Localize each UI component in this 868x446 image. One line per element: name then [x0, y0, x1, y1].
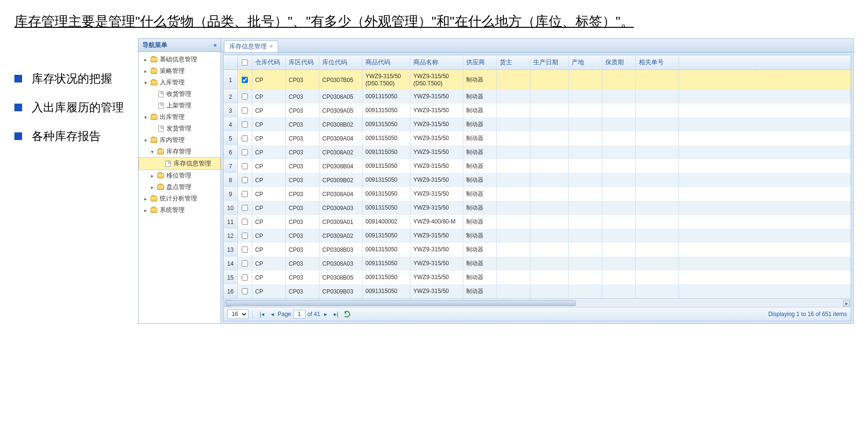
table-row[interactable]: 7CPCP03CP0308B040091315050YWZ9-315/50制动器 — [223, 159, 851, 173]
last-page-button[interactable]: ▸| — [332, 310, 340, 318]
column-header[interactable]: 商品名称 — [411, 55, 463, 70]
table-row[interactable]: 5CPCP03CP0309A040091315050YWZ9-315/50制动器 — [223, 131, 851, 145]
row-checkbox[interactable] — [242, 219, 248, 225]
row-check-cell[interactable] — [238, 257, 252, 270]
nav-item[interactable]: ▸策略管理 — [139, 65, 221, 77]
row-checkbox[interactable] — [242, 77, 248, 83]
column-header[interactable]: 库位代码 — [319, 55, 363, 70]
table-row[interactable]: 10CPCP03CP0309A030091315050YWZ9-315/50制动… — [223, 201, 851, 215]
nav-item[interactable]: ▾入库管理 — [139, 77, 221, 88]
row-checkbox[interactable] — [242, 107, 248, 114]
column-header[interactable]: 商品代码 — [363, 55, 411, 70]
row-check-cell[interactable] — [238, 70, 252, 90]
nav-item[interactable]: ▸系统管理 — [139, 204, 221, 216]
column-header[interactable]: 生产日期 — [530, 55, 569, 70]
nav-item[interactable]: ▾库存管理 — [139, 146, 221, 157]
column-header[interactable]: 供应商 — [463, 55, 497, 70]
expand-icon[interactable]: ▸ — [142, 196, 148, 201]
row-check-cell[interactable] — [238, 284, 252, 298]
row-checkbox[interactable] — [242, 233, 248, 239]
row-checkbox[interactable] — [242, 288, 248, 294]
close-icon[interactable]: × — [270, 43, 273, 50]
page-input[interactable] — [293, 310, 305, 318]
column-header[interactable]: 仓库代码 — [252, 55, 286, 70]
sidebar-collapse-icon[interactable]: « — [213, 42, 217, 48]
expand-icon[interactable]: ▸ — [149, 173, 155, 178]
row-check-cell[interactable] — [238, 104, 252, 117]
nav-item[interactable]: ▸盘点管理 — [139, 181, 221, 193]
column-header[interactable]: 相关单号 — [636, 55, 679, 70]
row-checkbox[interactable] — [242, 149, 248, 155]
column-header[interactable]: 产地 — [569, 55, 602, 70]
row-check-cell[interactable] — [238, 173, 252, 187]
column-header[interactable]: 库区代码 — [286, 55, 319, 70]
expand-icon[interactable]: ▾ — [142, 115, 148, 120]
table-row[interactable]: 8CPCP03CP0309B020091315050YWZ9-315/50制动器 — [223, 173, 851, 187]
row-check-cell[interactable] — [238, 131, 252, 145]
table-row[interactable]: 16CPCP03CP0309B030091315050YWZ9-315/50制动… — [223, 284, 851, 298]
row-checkbox[interactable] — [242, 163, 248, 169]
check-all[interactable] — [242, 59, 248, 66]
row-check-cell[interactable] — [238, 187, 252, 201]
refresh-button[interactable] — [343, 310, 351, 318]
nav-item[interactable]: 收货管理 — [139, 88, 221, 100]
table-row[interactable]: 3CPCP03CP0309A050091315050YWZ9-315/50制动器 — [223, 104, 851, 117]
row-check-cell[interactable] — [238, 229, 252, 243]
row-checkbox[interactable] — [242, 205, 248, 211]
cell-shelflife — [602, 117, 636, 131]
expand-icon[interactable]: ▸ — [149, 185, 155, 190]
expand-icon[interactable]: ▸ — [142, 69, 148, 74]
table-row[interactable]: 12CPCP03CP0309A020091315050YWZ9-315/50制动… — [223, 229, 851, 243]
expand-icon[interactable]: ▸ — [142, 57, 148, 62]
row-check-cell[interactable] — [238, 243, 252, 257]
expand-icon[interactable]: ▾ — [149, 149, 155, 154]
row-check-cell[interactable] — [238, 145, 252, 159]
col-check-all[interactable] — [238, 55, 252, 70]
next-page-button[interactable]: ▸ — [322, 310, 329, 318]
page-size-select[interactable]: 16 — [227, 309, 248, 319]
row-checkbox[interactable] — [242, 260, 248, 267]
nav-item[interactable]: ▸统计分析管理 — [139, 193, 221, 204]
table-row[interactable]: 2CPCP03CP0308A050091315050YWZ9-315/50制动器 — [223, 90, 851, 104]
column-header[interactable]: 货主 — [497, 55, 530, 70]
table-row[interactable]: 1CPCP03CP0307B05YWZ9-315/50 (D50.T500)YW… — [223, 70, 851, 90]
row-check-cell[interactable] — [238, 159, 252, 173]
nav-item[interactable]: 库存信息管理 — [139, 157, 221, 170]
row-checkbox[interactable] — [242, 246, 248, 253]
row-check-cell[interactable] — [238, 215, 252, 229]
horizontal-scrollbar[interactable]: ◂ ▸ — [223, 298, 851, 307]
row-checkbox[interactable] — [242, 135, 248, 141]
row-checkbox[interactable] — [242, 121, 248, 128]
nav-item[interactable]: ▸移位管理 — [139, 170, 221, 181]
tab-inventory-info[interactable]: 库存信息管理 × — [224, 40, 278, 52]
cell-owner — [497, 201, 530, 215]
row-check-cell[interactable] — [238, 117, 252, 131]
scroll-thumb[interactable] — [226, 300, 576, 306]
table-row[interactable]: 13CPCP03CP0308B030091315050YWZ9-315/50制动… — [223, 243, 851, 257]
row-check-cell[interactable] — [238, 270, 252, 284]
prev-page-button[interactable]: ◂ — [269, 310, 276, 318]
row-checkbox[interactable] — [242, 191, 248, 197]
table-row[interactable]: 9CPCP03CP0308A040091315050YWZ9-315/50制动器 — [223, 187, 851, 201]
column-header[interactable]: 保质期 — [602, 55, 636, 70]
table-row[interactable]: 14CPCP03CP0308A030091315050YWZ9-315/50制动… — [223, 257, 851, 270]
scroll-right-icon[interactable]: ▸ — [843, 300, 850, 306]
row-checkbox[interactable] — [242, 94, 248, 100]
nav-item[interactable]: 上架管理 — [139, 100, 221, 111]
nav-item[interactable]: ▾库内管理 — [139, 134, 221, 146]
table-row[interactable]: 4CPCP03CP0308B020091315050YWZ9-315/50制动器 — [223, 117, 851, 131]
table-row[interactable]: 11CPCP03CP0309A010091400002YWZ9-400/80-M… — [223, 215, 851, 229]
expand-icon[interactable]: ▾ — [142, 80, 148, 85]
expand-icon[interactable]: ▸ — [142, 208, 148, 213]
table-row[interactable]: 6CPCP03CP0308A020091315050YWZ9-315/50制动器 — [223, 145, 851, 159]
nav-item[interactable]: ▸基础信息管理 — [139, 54, 221, 65]
table-row[interactable]: 15CPCP03CP0308B050091315050YWZ9-315/50制动… — [223, 270, 851, 284]
row-checkbox[interactable] — [242, 177, 248, 183]
nav-item[interactable]: ▾出库管理 — [139, 111, 221, 123]
row-check-cell[interactable] — [238, 90, 252, 104]
row-check-cell[interactable] — [238, 201, 252, 215]
expand-icon[interactable]: ▾ — [142, 138, 148, 143]
row-checkbox[interactable] — [242, 274, 248, 281]
nav-item[interactable]: 发货管理 — [139, 123, 221, 134]
first-page-button[interactable]: |◂ — [258, 310, 266, 318]
